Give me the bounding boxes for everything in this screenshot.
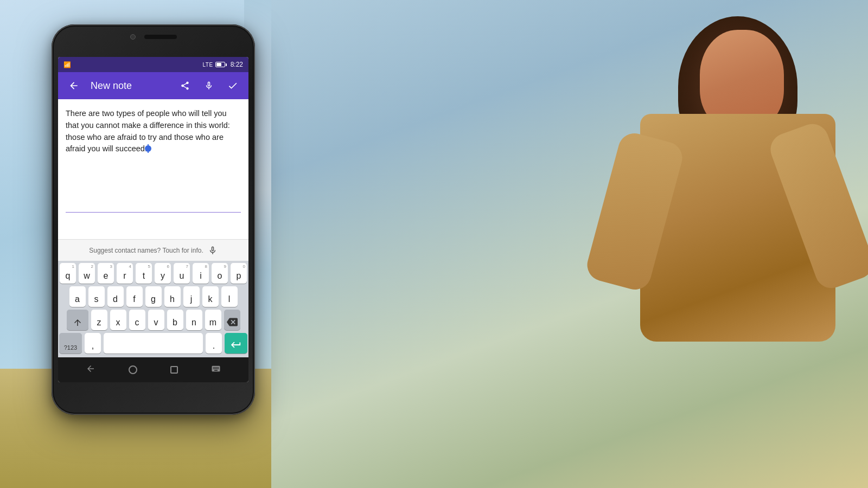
cursor-handle bbox=[145, 145, 151, 152]
key-n[interactable]: n bbox=[186, 310, 202, 330]
phone-screen: 📶 LTE 8:22 bbox=[58, 57, 248, 382]
note-text: There are two types of people who will t… bbox=[66, 108, 241, 155]
key-v[interactable]: v bbox=[148, 310, 164, 330]
keyboard-row-3: z x c v b n m bbox=[59, 310, 247, 330]
keyboard-row-1: 1q 2w 3e 4r 5t 6y 7u 8i 9o 0p bbox=[59, 263, 247, 284]
key-o[interactable]: 9o bbox=[212, 263, 228, 284]
status-left: 📶 bbox=[63, 61, 72, 68]
note-empty-area[interactable] bbox=[58, 217, 248, 239]
suggestion-text: Suggest contact names? Touch for info. bbox=[89, 247, 203, 254]
key-l[interactable]: l bbox=[221, 286, 238, 307]
key-r[interactable]: 4r bbox=[117, 263, 133, 284]
back-button[interactable] bbox=[65, 76, 83, 95]
key-shift[interactable] bbox=[67, 310, 88, 330]
nav-keyboard-button[interactable] bbox=[211, 364, 221, 376]
app-toolbar: New note bbox=[58, 72, 248, 99]
key-w[interactable]: 2w bbox=[79, 263, 95, 284]
scene-background bbox=[271, 0, 868, 488]
signal-text: LTE bbox=[203, 62, 213, 68]
status-time: 8:22 bbox=[231, 61, 243, 68]
key-comma[interactable]: , bbox=[85, 333, 101, 354]
key-t[interactable]: 5t bbox=[136, 263, 152, 284]
key-p[interactable]: 0p bbox=[231, 263, 247, 284]
toolbar-title: New note bbox=[91, 80, 170, 92]
key-c[interactable]: c bbox=[129, 310, 145, 330]
phone-camera bbox=[130, 34, 136, 40]
keyboard-row-2: a s d f g h j k l bbox=[59, 286, 247, 307]
key-g[interactable]: g bbox=[145, 286, 162, 307]
screen-content: 📶 LTE 8:22 bbox=[58, 57, 248, 382]
note-content-area[interactable]: There are two types of people who will t… bbox=[58, 99, 248, 208]
keyboard: 1q 2w 3e 4r 5t 6y 7u 8i 9o 0p a s d f bbox=[58, 261, 248, 357]
key-d[interactable]: d bbox=[107, 286, 124, 307]
phone-nav-bar bbox=[58, 357, 248, 382]
key-f[interactable]: f bbox=[126, 286, 143, 307]
keyboard-row-4: ?123 , . bbox=[59, 333, 247, 354]
key-m[interactable]: m bbox=[205, 310, 221, 330]
suggestion-bar: Suggest contact names? Touch for info. bbox=[58, 239, 248, 261]
key-e[interactable]: 3e bbox=[98, 263, 114, 284]
key-h[interactable]: h bbox=[164, 286, 181, 307]
share-button[interactable] bbox=[176, 76, 194, 95]
key-y[interactable]: 6y bbox=[155, 263, 171, 284]
key-a[interactable]: a bbox=[69, 286, 86, 307]
nav-recents-button[interactable] bbox=[170, 366, 178, 374]
nav-home-button[interactable] bbox=[129, 365, 137, 374]
key-backspace[interactable] bbox=[224, 310, 240, 330]
key-j[interactable]: j bbox=[183, 286, 200, 307]
phone-speaker bbox=[144, 35, 177, 39]
sim-icon: 📶 bbox=[63, 61, 71, 68]
key-b[interactable]: b bbox=[167, 310, 183, 330]
key-enter[interactable] bbox=[225, 333, 247, 354]
key-u[interactable]: 7u bbox=[174, 263, 190, 284]
status-right: LTE 8:22 bbox=[203, 61, 243, 68]
key-s[interactable]: s bbox=[88, 286, 105, 307]
status-bar: 📶 LTE 8:22 bbox=[58, 57, 248, 72]
key-z[interactable]: z bbox=[91, 310, 107, 330]
phone-device: 📶 LTE 8:22 bbox=[52, 24, 255, 415]
key-q[interactable]: 1q bbox=[60, 263, 76, 284]
phone-top-bar bbox=[130, 34, 177, 40]
key-k[interactable]: k bbox=[202, 286, 219, 307]
text-cursor bbox=[148, 144, 149, 153]
suggestion-mic-icon bbox=[208, 246, 218, 255]
note-divider bbox=[66, 212, 241, 213]
key-x[interactable]: x bbox=[110, 310, 126, 330]
mic-button[interactable] bbox=[200, 76, 218, 95]
nav-back-button[interactable] bbox=[86, 364, 95, 376]
key-period[interactable]: . bbox=[206, 333, 222, 354]
key-space[interactable] bbox=[104, 333, 203, 354]
battery-icon bbox=[215, 62, 227, 67]
key-numbers[interactable]: ?123 bbox=[59, 333, 82, 354]
check-button[interactable] bbox=[224, 76, 242, 95]
key-i[interactable]: 8i bbox=[193, 263, 209, 284]
